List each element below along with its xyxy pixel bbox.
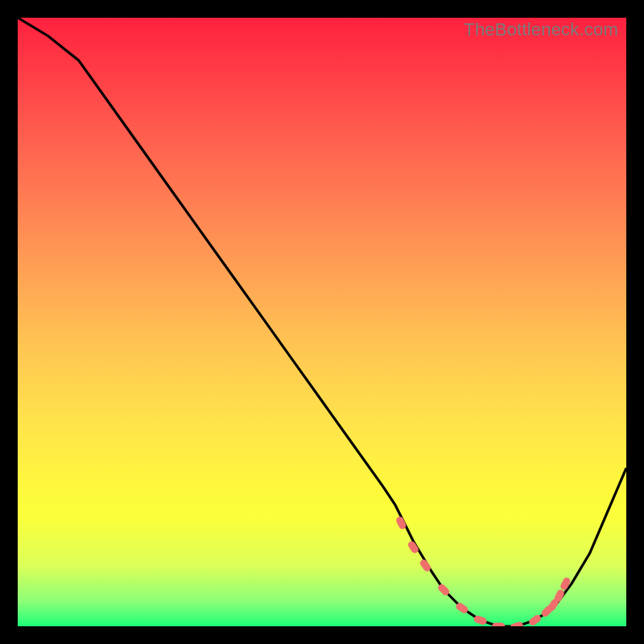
chart-frame: TheBottleneck.com bbox=[0, 0, 644, 644]
trough-marker bbox=[395, 515, 407, 530]
trough-markers bbox=[395, 515, 572, 626]
watermark-label: TheBottleneck.com bbox=[464, 19, 618, 40]
trough-marker bbox=[419, 558, 432, 572]
trough-marker bbox=[436, 583, 451, 597]
trough-marker bbox=[540, 604, 555, 618]
trough-marker bbox=[455, 601, 469, 614]
trough-marker bbox=[547, 597, 559, 612]
trough-marker bbox=[510, 621, 524, 626]
curve-layer bbox=[18, 18, 626, 626]
trough-marker bbox=[553, 588, 565, 603]
bottleneck-curve bbox=[18, 18, 626, 626]
trough-marker bbox=[407, 540, 419, 555]
trough-marker bbox=[473, 615, 488, 626]
plot-area: TheBottleneck.com bbox=[18, 18, 626, 626]
trough-marker bbox=[528, 613, 543, 626]
trough-marker bbox=[559, 576, 572, 591]
trough-marker bbox=[492, 623, 505, 627]
